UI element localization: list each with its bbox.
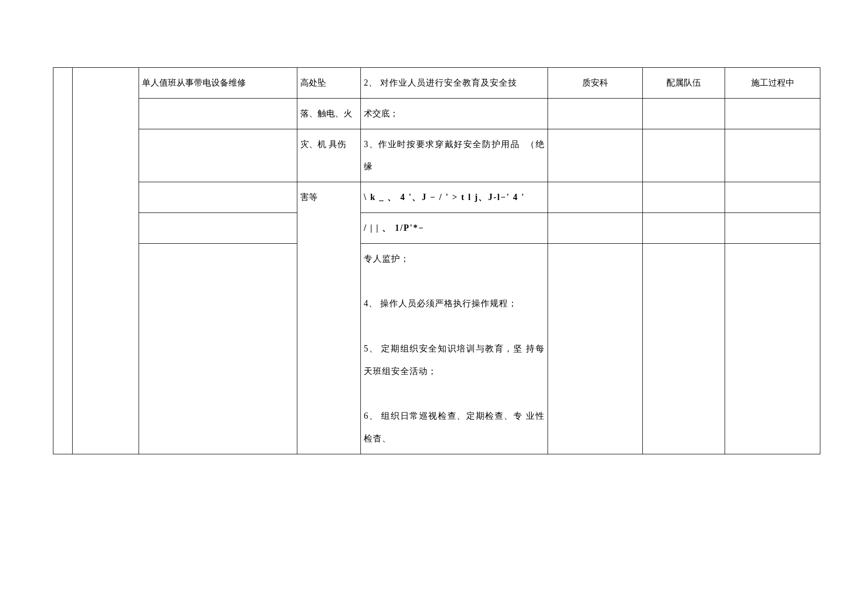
cell-g-r2 (643, 98, 725, 129)
document-table-container: 单人值班从事带电设备维修 高处坠 2、 对作业人员进行安全教育及安全技 质安科 … (53, 67, 820, 454)
text-f-r1: 质安科 (548, 68, 643, 98)
cell-h-r3 (725, 129, 820, 182)
cell-e-r5: / | | 、 1/P'*− (360, 213, 548, 243)
text-e-r2: 术交底； (361, 99, 548, 129)
text-e-r4: \ k _ 、 4 '、J − / ' > t l j、J-l−' 4 ' (361, 182, 548, 213)
cell-d-r2: 落、触电、火 (297, 98, 361, 129)
cell-e-r2: 术交底； (360, 98, 548, 129)
text-h-r1: 施工过程中 (725, 68, 820, 98)
cell-h-r6 (725, 243, 820, 454)
cell-b (72, 68, 139, 454)
cell-c-r2 (139, 98, 297, 129)
text-d-r2: 落、触电、火 (297, 99, 360, 129)
cell-c-r1: 单人值班从事带电设备维修 (139, 68, 297, 99)
cell-h-r4 (725, 182, 820, 213)
cell-d-r3: 灾、机 具伤 (297, 129, 361, 182)
cell-e-r6: 专人监护； 4、 操作人员必须严格执行操作规程； 5、 定期组织安全知识培训与教… (360, 243, 548, 454)
cell-g-r3 (643, 129, 725, 182)
cell-h-r5 (725, 213, 820, 243)
cell-g-r1: 配属队伍 (643, 68, 725, 99)
cell-c-r4 (139, 182, 297, 213)
text-g-r1: 配属队伍 (643, 68, 725, 98)
cell-c-r5 (139, 213, 297, 243)
cell-a (53, 68, 73, 454)
text-d-r3: 灾、机 具伤 (297, 129, 360, 160)
safety-table: 单人值班从事带电设备维修 高处坠 2、 对作业人员进行安全教育及安全技 质安科 … (53, 67, 820, 454)
cell-g-r6 (643, 243, 725, 454)
cell-c-r6 (139, 243, 297, 454)
text-e-r5: / | | 、 1/P'*− (361, 213, 548, 243)
cell-f-r6 (548, 243, 643, 454)
cell-h-r1: 施工过程中 (725, 68, 820, 99)
cell-g-r4 (643, 182, 725, 213)
cell-f-r5 (548, 213, 643, 243)
cell-f-r4 (548, 182, 643, 213)
cell-h-r2 (725, 98, 820, 129)
cell-g-r5 (643, 213, 725, 243)
cell-d-r4: 害等 (297, 182, 361, 454)
cell-e-r3: 3、作业时按要求穿戴好安全防护用品 （绝缘 (360, 129, 548, 182)
text-e-r3: 3、作业时按要求穿戴好安全防护用品 （绝缘 (361, 129, 548, 182)
cell-e-r1: 2、 对作业人员进行安全教育及安全技 (360, 68, 548, 99)
text-e-r1: 2、 对作业人员进行安全教育及安全技 (361, 68, 548, 98)
cell-c-r3 (139, 129, 297, 182)
cell-f-r3 (548, 129, 643, 182)
text-e-r6: 专人监护； 4、 操作人员必须严格执行操作规程； 5、 定期组织安全知识培训与教… (361, 244, 548, 454)
text-d-r1: 高处坠 (297, 68, 360, 98)
cell-e-r4: \ k _ 、 4 '、J − / ' > t l j、J-l−' 4 ' (360, 182, 548, 213)
cell-f-r1: 质安科 (548, 68, 643, 99)
text-d-r4: 害等 (297, 182, 360, 213)
cell-f-r2 (548, 98, 643, 129)
cell-d-r1: 高处坠 (297, 68, 361, 99)
text-c-r1: 单人值班从事带电设备维修 (139, 68, 297, 98)
